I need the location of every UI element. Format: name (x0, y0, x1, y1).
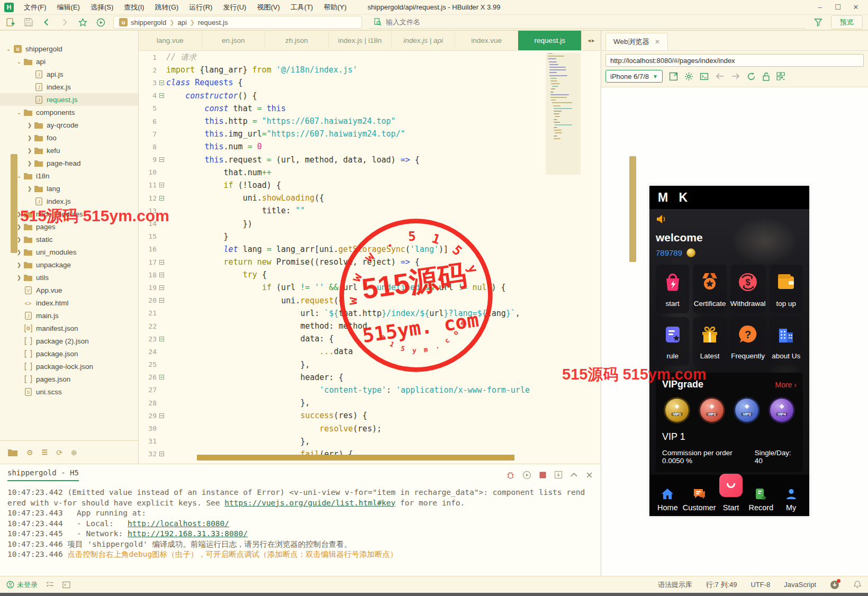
stop-icon[interactable] (539, 471, 547, 479)
line-number[interactable]: 23 (139, 335, 157, 343)
chevron-right-icon[interactable]: ❯ (25, 148, 34, 153)
new-file-icon[interactable] (5, 17, 16, 28)
tree-item-lang[interactable]: ❯lang (0, 182, 138, 195)
language-mode[interactable]: JavaScript (784, 581, 816, 589)
breadcrumb[interactable]: u shippergold❯api❯request.js (113, 16, 362, 29)
line-number[interactable]: 4 (139, 92, 157, 100)
editor-tab-lang-vue[interactable]: lang.vue (139, 31, 202, 50)
grid-item-latest[interactable]: Latest (693, 317, 726, 366)
run-icon[interactable] (95, 17, 106, 28)
settings-gear-icon[interactable] (684, 72, 693, 81)
star-icon[interactable] (77, 17, 88, 28)
code-line-2[interactable]: 2import {lang_arr} from '@/i18n/index.js… (139, 64, 601, 76)
grid-item-about-us[interactable]: about Us (770, 317, 803, 366)
open-folder-icon[interactable] (7, 448, 18, 457)
tree-item-unpackage[interactable]: ❯unpackage (0, 258, 138, 271)
tree-item-components[interactable]: ⌄components (0, 106, 138, 119)
open-external-icon[interactable] (669, 72, 678, 81)
grid-item-frequently[interactable]: ?Frequently (730, 317, 766, 366)
code-line-12[interactable]: 12uni.showLoading({ (139, 192, 601, 204)
bug-tool-icon[interactable]: ⚙ (26, 448, 33, 457)
filter-icon[interactable] (813, 17, 824, 28)
nav-item-home[interactable]: Home (653, 488, 683, 512)
line-number[interactable]: 15 (139, 232, 157, 240)
tree-item-package-2-json[interactable]: package (2).json (0, 335, 138, 347)
breadcrumb-item[interactable]: shippergold (131, 19, 166, 26)
sidebar-scrollbar[interactable] (11, 154, 17, 253)
search-input[interactable] (386, 18, 545, 26)
encoding-status[interactable]: UTF-8 (751, 581, 770, 589)
file-search-box[interactable] (369, 16, 806, 29)
tree-item-request-js[interactable]: Jrequest.js (0, 93, 138, 106)
export-console-icon[interactable] (554, 471, 563, 479)
tree-item-page-head[interactable]: ❯page-head (0, 157, 138, 169)
tree-item-i18n[interactable]: ⌄i18n (0, 169, 138, 182)
nav-item-record[interactable]: Record (746, 488, 776, 512)
breadcrumb-item[interactable]: api (177, 19, 186, 26)
horizontal-scrollbar[interactable] (197, 455, 514, 460)
tree-item-package-lock-json[interactable]: package-lock.json (0, 360, 138, 373)
globe-tool-icon[interactable]: ⊕ (71, 448, 77, 457)
maximize-button[interactable]: ☐ (830, 2, 846, 13)
chevron-down-icon[interactable]: ⌄ (15, 59, 23, 65)
editor-tab-index-js-api[interactable]: index.js | api (392, 31, 455, 50)
code-line-11[interactable]: 11if (!load) { (139, 179, 601, 192)
chevron-right-icon[interactable]: ❯ (25, 186, 34, 192)
line-number[interactable]: 10 (139, 168, 157, 176)
grid-item-certificate[interactable]: Certificate (693, 265, 726, 313)
line-number[interactable]: 32 (139, 450, 157, 458)
console-tab[interactable]: shippergold - H5 (7, 468, 79, 481)
update-download-icon[interactable] (830, 580, 839, 590)
line-number[interactable]: 9 (139, 156, 157, 164)
line-number[interactable]: 7 (139, 130, 157, 138)
nav-back-icon[interactable] (715, 73, 725, 80)
line-number[interactable]: 8 (139, 143, 157, 151)
menu-item-8[interactable]: 工具(T) (286, 1, 318, 14)
fold-toggle-icon[interactable] (157, 285, 166, 290)
editor-tab-index-vue[interactable]: index.vue (455, 31, 519, 50)
editor-tab-zh-json[interactable]: zh.json (265, 31, 329, 50)
line-number[interactable]: 31 (139, 437, 157, 445)
fold-toggle-icon[interactable] (157, 451, 166, 456)
refresh-icon[interactable] (747, 72, 756, 81)
line-number[interactable]: 27 (139, 386, 157, 394)
menu-item-1[interactable]: 编辑(E) (52, 1, 85, 14)
debug-bug-icon[interactable] (506, 471, 515, 480)
tree-item-kefu[interactable]: ❯kefu (0, 144, 138, 157)
fold-toggle-icon[interactable] (157, 196, 166, 201)
forward-icon[interactable] (59, 17, 70, 28)
close-panel-icon[interactable] (585, 471, 593, 479)
code-line-7[interactable]: 7this.img_url="https://607.haiwaiym24.to… (139, 128, 601, 140)
tree-item-index-js[interactable]: Jindex.js (0, 80, 138, 93)
tree-item-manifest-json[interactable]: manifest.json (0, 322, 138, 335)
line-number[interactable]: 6 (139, 118, 157, 125)
line-number[interactable]: 12 (139, 194, 157, 202)
save-icon[interactable] (23, 17, 34, 28)
menu-item-3[interactable]: 查找(I) (119, 1, 149, 14)
grid-item-start[interactable]: start (656, 265, 689, 313)
menu-item-6[interactable]: 发行(U) (218, 1, 251, 14)
line-number[interactable]: 25 (139, 360, 157, 368)
tree-item-uni-scss[interactable]: Suni.scss (0, 385, 138, 398)
tree-item-api[interactable]: ⌄api (0, 55, 138, 68)
grid-item-top-up[interactable]: top up (770, 265, 803, 313)
devtools-console-icon[interactable] (700, 72, 709, 81)
line-number[interactable]: 20 (139, 296, 157, 304)
code-line-6[interactable]: 6this.http = "https://607.haiwaiym24.top… (139, 115, 601, 128)
syntax-lib-status[interactable]: 语法提示库 (658, 580, 692, 590)
chevron-down-icon[interactable]: ⌄ (4, 46, 13, 52)
fold-toggle-icon[interactable] (157, 298, 166, 303)
line-number[interactable]: 29 (139, 412, 157, 420)
code-line-31[interactable]: 31}, (139, 435, 601, 448)
crown-tool-icon[interactable]: ☰ (42, 448, 48, 456)
code-line-9[interactable]: 9this.request = (url, method, data, load… (139, 153, 601, 166)
editor-tab-index-js-i18n[interactable]: index.js | i18n (329, 31, 392, 50)
tree-item-index-html[interactable]: <>index.html (0, 296, 138, 309)
fold-toggle-icon[interactable] (157, 375, 166, 380)
line-number[interactable]: 2 (139, 66, 157, 74)
console-link[interactable]: http://localhost:8080/ (128, 519, 229, 528)
unlock-icon[interactable] (762, 72, 770, 81)
chevron-right-icon[interactable]: ❯ (25, 122, 34, 128)
tree-item-main-js[interactable]: Jmain.js (0, 309, 138, 322)
browser-url-input[interactable] (605, 54, 864, 67)
